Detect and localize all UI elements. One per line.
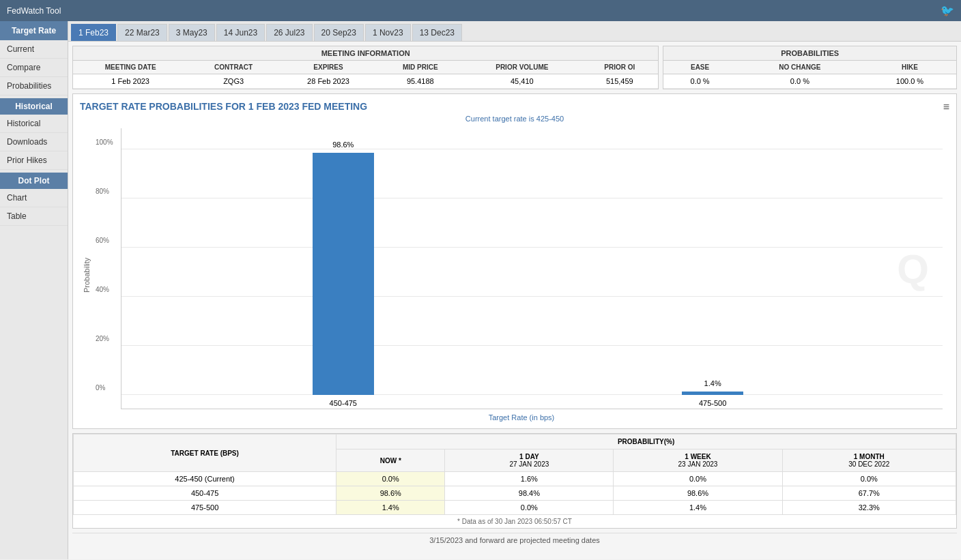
chart-area: TARGET RATE PROBABILITIES FOR 1 FEB 2023…: [72, 93, 957, 429]
meeting-info-box: MEETING INFORMATION MEETING DATECONTRACT…: [72, 46, 659, 89]
col-header: PRIOR VOLUME: [463, 61, 581, 74]
meeting-tabs: 1 Feb2322 Mar233 May2314 Jun2326 Jul2320…: [68, 21, 961, 42]
y-axis-tick-label: 20%: [96, 335, 109, 342]
cell: 515,459: [581, 74, 658, 89]
probability-detail-table: TARGET RATE (BPS) PROBABILITY(%) NOW *1 …: [73, 434, 956, 515]
tab-1Feb23[interactable]: 1 Feb23: [71, 24, 116, 41]
prob-value-cell: 0.0%: [445, 501, 614, 515]
bar-x-label: 475-500: [682, 399, 743, 407]
y-axis-tick-label: 60%: [96, 237, 109, 244]
grid-line: [121, 198, 943, 198]
grid-line: [121, 149, 943, 149]
probabilities-title: PROBABILITIES: [663, 46, 956, 61]
rate-cell: 425-450 (Current): [74, 472, 336, 486]
sidebar-item-chart[interactable]: Chart: [0, 189, 68, 207]
prob-cell: 100.0 %: [863, 74, 956, 89]
bar-value-label: 98.6%: [313, 141, 374, 149]
prob-col-header: EASE: [663, 61, 736, 74]
y-axis-label: Probability: [80, 128, 94, 422]
prob-value-cell: 98.6%: [614, 486, 782, 501]
col-header: EXPIRES: [279, 61, 377, 74]
chart-menu-icon[interactable]: ≡: [943, 101, 949, 113]
y-axis-tick-label: 100%: [96, 138, 113, 146]
cell: 95.4188: [377, 74, 463, 89]
app-header: FedWatch Tool 🐦: [0, 0, 961, 21]
y-axis-tick-label: 80%: [96, 188, 109, 195]
chart-plot: Q 0%20%40%60%80%100%98.6%450-4751.4%475-…: [121, 128, 943, 409]
target-rate-header: TARGET RATE (BPS): [74, 434, 336, 472]
table-row: 450-47598.6%98.4%98.6%67.7%: [74, 486, 956, 501]
prob-value-cell: 1.4%: [336, 501, 445, 515]
prob-value-cell: 98.6%: [336, 486, 445, 501]
sidebar-item-probabilities[interactable]: Probabilities: [0, 77, 68, 95]
col-header: PRIOR OI: [581, 61, 658, 74]
sidebar-item-historical[interactable]: Historical: [0, 115, 68, 133]
prob-value-cell: 1.4%: [614, 501, 782, 515]
cell: 1 Feb 2023: [73, 74, 188, 89]
prob-table-col: 1 MONTH30 DEC 2022: [782, 450, 956, 472]
cell: ZQG3: [188, 74, 279, 89]
prob-cell: 0.0 %: [663, 74, 736, 89]
table-row: 475-5001.4%0.0%1.4%32.3%: [74, 501, 956, 515]
tab-1Nov23[interactable]: 1 Nov23: [365, 24, 411, 41]
watermark: Q: [897, 245, 929, 292]
table-footnote: * Data as of 30 Jan 2023 06:50:57 CT: [73, 515, 956, 528]
probabilities-box: PROBABILITIES EASENO CHANGEHIKE 0.0 %0.0…: [663, 46, 957, 89]
y-axis-tick-label: 0%: [96, 384, 105, 392]
probability-pct-header: PROBABILITY(%): [336, 434, 956, 450]
table-row: 425-450 (Current)0.0%1.6%0.0%0.0%: [74, 472, 956, 486]
sidebar-item-prior-hikes[interactable]: Prior Hikes: [0, 151, 68, 170]
tab-13Dec23[interactable]: 13 Dec23: [412, 24, 462, 41]
app-title: FedWatch Tool: [7, 6, 61, 16]
prob-table-col: 1 WEEK23 JAN 2023: [614, 450, 782, 472]
prob-col-header: NO CHANGE: [736, 61, 863, 74]
sidebar-dot-plot-btn[interactable]: Dot Plot: [0, 173, 68, 189]
rate-cell: 475-500: [74, 501, 336, 515]
tab-14Jun23[interactable]: 14 Jun23: [216, 24, 265, 41]
sidebar-item-compare[interactable]: Compare: [0, 59, 68, 77]
col-header: CONTRACT: [188, 61, 279, 74]
bottom-note: 3/15/2023 and forward are projected meet…: [72, 533, 957, 547]
y-axis-tick-label: 40%: [96, 286, 109, 293]
tab-20Sep23[interactable]: 20 Sep23: [314, 24, 364, 41]
bar-value-label: 1.4%: [682, 379, 743, 387]
cell: 28 Feb 2023: [279, 74, 377, 89]
sidebar: Target Rate Current Compare Probabilitie…: [0, 21, 68, 559]
prob-value-cell: 1.6%: [445, 472, 614, 486]
prob-value-cell: 0.0%: [782, 472, 956, 486]
main-content: MEETING INFORMATION MEETING DATECONTRACT…: [68, 42, 961, 559]
grid-line: [121, 345, 943, 346]
tab-26Jul23[interactable]: 26 Jul23: [266, 24, 312, 41]
prob-value-cell: 0.0%: [614, 472, 782, 486]
prob-value-cell: 0.0%: [336, 472, 445, 486]
col-header: MID PRICE: [377, 61, 463, 74]
sidebar-item-current[interactable]: Current: [0, 40, 68, 59]
x-axis-label: Target Rate (in bps): [94, 413, 949, 422]
rate-cell: 450-475: [74, 486, 336, 501]
prob-table-col: 1 DAY27 JAN 2023: [445, 450, 614, 472]
grid-line: [121, 247, 943, 248]
probabilities-table: EASENO CHANGEHIKE 0.0 %0.0 %100.0 %: [663, 61, 956, 89]
prob-value-cell: 98.4%: [445, 486, 614, 501]
col-header: MEETING DATE: [73, 61, 188, 74]
grid-line: [121, 296, 943, 297]
twitter-icon: 🐦: [941, 4, 954, 17]
sidebar-historical-btn[interactable]: Historical: [0, 98, 68, 115]
sidebar-item-table[interactable]: Table: [0, 207, 68, 226]
grid-line: [121, 394, 943, 395]
bottom-table-area: TARGET RATE (BPS) PROBABILITY(%) NOW *1 …: [72, 433, 957, 529]
chart-title: TARGET RATE PROBABILITIES FOR 1 FEB 2023…: [80, 101, 949, 112]
sidebar-target-rate-btn[interactable]: Target Rate: [0, 21, 68, 40]
prob-value-cell: 67.7%: [782, 486, 956, 501]
prob-col-header: HIKE: [863, 61, 956, 74]
tab-3May23[interactable]: 3 May23: [169, 24, 215, 41]
prob-value-cell: 32.3%: [782, 501, 956, 515]
prob-cell: 0.0 %: [736, 74, 863, 89]
bar-x-label: 450-475: [313, 399, 374, 407]
meeting-info-table: MEETING DATECONTRACTEXPIRESMID PRICEPRIO…: [73, 61, 658, 89]
tab-22Mar23[interactable]: 22 Mar23: [117, 24, 167, 41]
chart-subtitle: Current target rate is 425-450: [80, 115, 949, 123]
chart-bar: [682, 392, 743, 395]
prob-table-col: NOW *: [336, 450, 445, 472]
sidebar-item-downloads[interactable]: Downloads: [0, 133, 68, 151]
